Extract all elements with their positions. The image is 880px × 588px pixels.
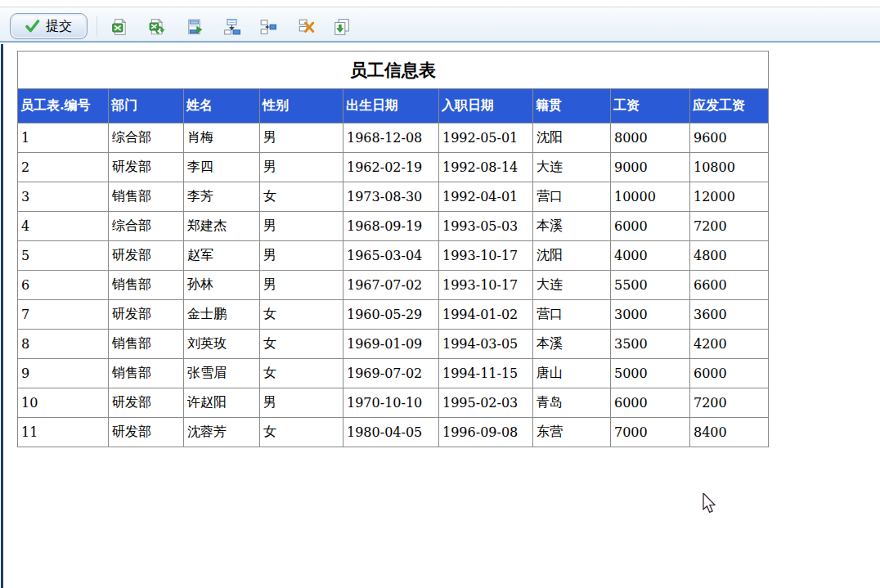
table-cell[interactable]: 男 bbox=[260, 212, 343, 241]
table-cell[interactable]: 男 bbox=[260, 241, 343, 271]
excel-import-icon[interactable] bbox=[108, 16, 131, 38]
table-cell[interactable]: 5000 bbox=[611, 359, 690, 388]
table-cell[interactable]: 1993-10-17 bbox=[439, 241, 533, 271]
table-cell[interactable]: 大连 bbox=[533, 271, 611, 300]
delete-row-icon[interactable] bbox=[294, 16, 317, 38]
table-cell[interactable]: 沈蓉芳 bbox=[184, 418, 260, 447]
table-cell[interactable]: 6000 bbox=[611, 212, 690, 241]
table-cell[interactable]: 1969-07-02 bbox=[343, 359, 439, 388]
table-cell[interactable]: 大连 bbox=[533, 153, 611, 182]
table-cell[interactable]: 男 bbox=[260, 271, 343, 300]
excel-refresh-icon[interactable] bbox=[146, 16, 168, 38]
table-cell[interactable]: 12000 bbox=[690, 182, 769, 212]
table-cell[interactable]: 刘英玫 bbox=[184, 330, 260, 359]
table-cell[interactable]: 4200 bbox=[690, 330, 769, 359]
submit-button[interactable]: 提交 bbox=[10, 13, 88, 39]
table-cell[interactable]: 1970-10-10 bbox=[343, 388, 439, 418]
table-cell[interactable]: 研发部 bbox=[109, 388, 184, 418]
table-cell[interactable]: 1993-10-17 bbox=[439, 271, 533, 300]
table-cell[interactable]: 9600 bbox=[690, 123, 769, 153]
table-cell[interactable]: 1973-08-30 bbox=[343, 182, 439, 212]
table-cell[interactable]: 1968-09-19 bbox=[343, 212, 439, 241]
table-cell[interactable]: 5 bbox=[18, 241, 109, 271]
table-cell[interactable]: 1992-08-14 bbox=[439, 153, 533, 182]
table-cell[interactable]: 肖梅 bbox=[184, 123, 260, 153]
table-cell[interactable]: 研发部 bbox=[109, 300, 184, 330]
table-cell[interactable]: 唐山 bbox=[533, 359, 611, 388]
table-cell[interactable]: 6600 bbox=[690, 271, 769, 300]
table-cell[interactable]: 8 bbox=[18, 330, 109, 359]
table-cell[interactable]: 1 bbox=[18, 123, 109, 153]
table-cell[interactable]: 1968-12-08 bbox=[343, 123, 439, 153]
table-cell[interactable]: 女 bbox=[260, 300, 343, 330]
table-cell[interactable]: 1965-03-04 bbox=[343, 241, 439, 271]
table-cell[interactable]: 1995-02-03 bbox=[439, 388, 533, 418]
table-cell[interactable]: 7200 bbox=[690, 388, 769, 418]
table-cell[interactable]: 6000 bbox=[611, 388, 690, 418]
table-cell[interactable]: 赵军 bbox=[184, 241, 260, 271]
table-cell[interactable]: 1994-03-05 bbox=[439, 330, 533, 359]
table-cell[interactable]: 男 bbox=[260, 388, 343, 418]
table-cell[interactable]: 1967-07-02 bbox=[343, 271, 439, 300]
table-cell[interactable]: 研发部 bbox=[109, 241, 184, 271]
table-cell[interactable]: 销售部 bbox=[109, 359, 184, 388]
table-cell[interactable]: 李芳 bbox=[184, 182, 260, 212]
table-cell[interactable]: 3600 bbox=[690, 300, 769, 330]
export-row-icon[interactable] bbox=[183, 16, 206, 38]
table-cell[interactable]: 4800 bbox=[690, 241, 769, 271]
table-cell[interactable]: 10 bbox=[18, 388, 109, 418]
table-cell[interactable]: 1994-01-02 bbox=[439, 300, 533, 330]
table-cell[interactable]: 1992-04-01 bbox=[439, 182, 533, 212]
table-cell[interactable]: 营口 bbox=[533, 300, 611, 330]
table-cell[interactable]: 男 bbox=[260, 123, 343, 153]
table-cell[interactable]: 1992-05-01 bbox=[439, 123, 533, 153]
table-cell[interactable]: 3500 bbox=[611, 330, 690, 359]
table-cell[interactable]: 1980-04-05 bbox=[343, 418, 439, 447]
table-cell[interactable]: 10000 bbox=[611, 182, 690, 212]
table-cell[interactable]: 本溪 bbox=[533, 330, 611, 359]
table-cell[interactable]: 许赵阳 bbox=[184, 388, 260, 418]
table-cell[interactable]: 2 bbox=[18, 153, 109, 182]
table-cell[interactable]: 3000 bbox=[611, 300, 690, 330]
table-cell[interactable]: 7000 bbox=[611, 418, 690, 447]
table-cell[interactable]: 研发部 bbox=[109, 153, 184, 182]
table-cell[interactable]: 4 bbox=[18, 212, 109, 241]
table-cell[interactable]: 1962-02-19 bbox=[343, 153, 439, 182]
table-cell[interactable]: 孙林 bbox=[184, 271, 260, 300]
table-cell[interactable]: 3 bbox=[18, 182, 109, 212]
table-cell[interactable]: 6000 bbox=[690, 359, 769, 388]
table-cell[interactable]: 7 bbox=[18, 300, 109, 330]
table-cell[interactable]: 1960-05-29 bbox=[343, 300, 439, 330]
table-cell[interactable]: 销售部 bbox=[109, 182, 184, 212]
table-cell[interactable]: 男 bbox=[260, 153, 343, 182]
table-cell[interactable]: 金士鹏 bbox=[184, 300, 260, 330]
table-cell[interactable]: 营口 bbox=[533, 182, 611, 212]
table-cell[interactable]: 综合部 bbox=[109, 123, 184, 153]
table-cell[interactable]: 女 bbox=[260, 359, 343, 388]
table-cell[interactable]: 综合部 bbox=[109, 212, 184, 241]
table-cell[interactable]: 9 bbox=[18, 359, 109, 388]
table-cell[interactable]: 7200 bbox=[690, 212, 769, 241]
table-cell[interactable]: 销售部 bbox=[109, 271, 184, 300]
table-cell[interactable]: 东营 bbox=[533, 418, 611, 447]
table-cell[interactable]: 张雪眉 bbox=[184, 359, 260, 388]
table-cell[interactable]: 9000 bbox=[611, 153, 690, 182]
table-cell[interactable]: 研发部 bbox=[109, 418, 184, 447]
table-cell[interactable]: 销售部 bbox=[109, 330, 184, 359]
table-cell[interactable]: 沈阳 bbox=[533, 241, 611, 271]
table-cell[interactable]: 6 bbox=[18, 271, 109, 300]
table-cell[interactable]: 10800 bbox=[690, 153, 769, 182]
table-cell[interactable]: 女 bbox=[260, 182, 343, 212]
table-cell[interactable]: 女 bbox=[260, 418, 343, 447]
table-cell[interactable]: 5500 bbox=[611, 271, 690, 300]
table-cell[interactable]: 1996-09-08 bbox=[439, 418, 533, 447]
table-cell[interactable]: 青岛 bbox=[533, 388, 611, 418]
table-cell[interactable]: 1994-11-15 bbox=[439, 359, 533, 388]
insert-row-icon[interactable] bbox=[257, 16, 280, 38]
table-cell[interactable]: 本溪 bbox=[533, 212, 611, 241]
table-cell[interactable]: 女 bbox=[260, 330, 343, 359]
table-cell[interactable]: 沈阳 bbox=[533, 123, 611, 153]
table-cell[interactable]: 8400 bbox=[690, 418, 769, 447]
table-cell[interactable]: 郑建杰 bbox=[184, 212, 260, 241]
insert-row-below-icon[interactable] bbox=[221, 16, 244, 38]
